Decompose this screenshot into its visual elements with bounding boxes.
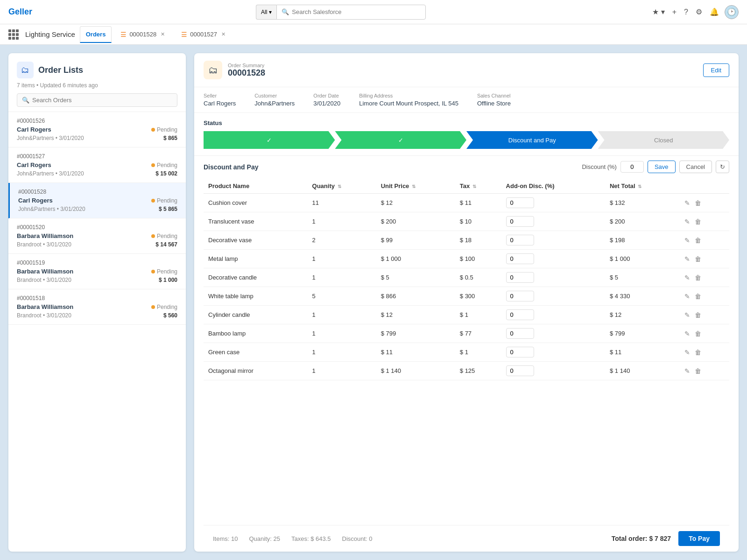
edit-row-button[interactable]: ✎ — [684, 254, 691, 264]
col-unit-price[interactable]: Unit Price ⇅ — [376, 179, 455, 194]
search-all-button[interactable]: All ▾ — [256, 5, 276, 20]
edit-row-button[interactable]: ✎ — [684, 273, 691, 282]
order-num: #00001518 — [17, 295, 45, 301]
delete-row-button[interactable]: 🗑 — [694, 198, 702, 208]
col-tax[interactable]: Tax ⇅ — [455, 179, 501, 194]
delete-row-button[interactable]: 🗑 — [694, 254, 702, 264]
billing-address-label: Billing Address — [359, 93, 458, 98]
edit-row-button[interactable]: ✎ — [684, 292, 691, 301]
refresh-button[interactable]: ↻ — [716, 161, 729, 173]
table-row: Green case 1 $ 11 $ 1 $ 11 ✎ 🗑 — [204, 343, 729, 362]
list-item[interactable]: #00001519 Barbara Williamson Pending Bra… — [8, 254, 186, 289]
product-addon[interactable] — [501, 343, 605, 362]
save-button[interactable]: Save — [648, 161, 676, 173]
product-tax: $ 0.5 — [455, 268, 501, 287]
col-net-total[interactable]: Net Total ⇅ — [605, 179, 679, 194]
tab-00001527[interactable]: ☰ 00001527 ✕ — [175, 26, 233, 43]
product-addon[interactable] — [501, 231, 605, 250]
product-unit-price: $ 12 — [376, 306, 455, 324]
discount-input[interactable] — [620, 161, 644, 173]
product-unit-price: $ 5 — [376, 268, 455, 287]
edit-row-button[interactable]: ✎ — [684, 310, 691, 320]
edit-row-button[interactable]: ✎ — [684, 198, 691, 208]
sales-channel-value: Offline Store — [477, 100, 511, 107]
delete-row-button[interactable]: 🗑 — [694, 273, 702, 282]
favorites-button[interactable]: ★ ▾ — [650, 6, 666, 18]
search-orders-bar: 🔍 — [17, 93, 177, 107]
col-actions — [679, 179, 729, 194]
close-tab-00001527[interactable]: ✕ — [220, 31, 227, 38]
lighting-service-label[interactable]: Lighting Service — [25, 30, 75, 38]
product-addon[interactable] — [501, 306, 605, 324]
product-addon[interactable] — [501, 250, 605, 268]
order-name: Carl Rogers — [17, 161, 51, 168]
order-footer: Items: 10 Quanity: 25 Taxes: $ 643.5 Dis… — [204, 525, 729, 552]
status-step-1[interactable]: ✓ — [335, 131, 467, 149]
customer-col: Customer John&Partners — [254, 93, 295, 107]
search-orders-input[interactable] — [32, 97, 172, 104]
product-addon[interactable] — [501, 324, 605, 343]
seller-col: Seller Carl Rogers — [204, 93, 236, 107]
avatar[interactable]: 🕑 — [725, 5, 739, 19]
product-addon[interactable] — [501, 268, 605, 287]
discount-label: Discount (%) — [582, 163, 616, 170]
product-unit-price: $ 99 — [376, 231, 455, 250]
order-date-value: 3/01/2020 — [313, 100, 340, 107]
status-step-2[interactable]: Discount and Pay — [466, 131, 598, 149]
product-net-total: $ 1 000 — [605, 250, 679, 268]
delete-row-button[interactable]: 🗑 — [694, 236, 702, 245]
product-addon[interactable] — [501, 212, 605, 231]
edit-row-button[interactable]: ✎ — [684, 236, 691, 245]
table-row: Cylinder candle 1 $ 12 $ 1 $ 12 ✎ 🗑 — [204, 306, 729, 324]
product-tax: $ 1 — [455, 343, 501, 362]
status-badge: Pending — [151, 233, 177, 239]
settings-button[interactable]: ⚙ — [694, 6, 704, 18]
help-button[interactable]: ? — [682, 6, 690, 18]
app-launcher-icon[interactable] — [8, 29, 19, 40]
delete-row-button[interactable]: 🗑 — [694, 348, 702, 357]
list-item[interactable]: #00001526 Carl Rogers Pending John&Partn… — [8, 112, 186, 147]
table-row: Cushion cover 11 $ 12 $ 11 $ 132 ✎ 🗑 — [204, 194, 729, 212]
billing-address-value: Limore Court Mount Prospect, IL 545 — [359, 100, 458, 107]
status-step-0[interactable]: ✓ — [204, 131, 335, 149]
delete-row-button[interactable]: 🗑 — [694, 217, 702, 226]
list-item[interactable]: #00001527 Carl Rogers Pending John&Partn… — [8, 147, 186, 183]
product-net-total: $ 200 — [605, 212, 679, 231]
close-tab-00001528[interactable]: ✕ — [159, 31, 166, 38]
edit-row-button[interactable]: ✎ — [684, 366, 691, 376]
edit-button[interactable]: Edit — [703, 63, 729, 77]
cancel-button[interactable]: Cancel — [679, 161, 712, 173]
search-icon: 🔍 — [282, 8, 289, 15]
product-addon[interactable] — [501, 194, 605, 212]
add-button[interactable]: + — [670, 6, 678, 18]
delete-row-button[interactable]: 🗑 — [694, 329, 702, 338]
list-item[interactable]: #00001518 Barbara Williamson Pending Bra… — [8, 289, 186, 325]
customer-value: John&Partners — [254, 100, 295, 107]
delete-row-button[interactable]: 🗑 — [694, 366, 702, 376]
search-input[interactable] — [292, 8, 421, 15]
edit-row-button[interactable]: ✎ — [684, 348, 691, 357]
list-item[interactable]: #00001528 Carl Rogers Pending John&Partn… — [8, 183, 186, 218]
product-tax: $ 1 — [455, 306, 501, 324]
order-num: #00001526 — [17, 118, 45, 124]
order-name: Barbara Williamson — [17, 303, 73, 310]
to-pay-button[interactable]: To Pay — [678, 531, 720, 546]
edit-row-button[interactable]: ✎ — [684, 329, 691, 338]
left-panel: 🗂 Order Lists 7 items • Updated 6 minute… — [8, 53, 186, 552]
notifications-button[interactable]: 🔔 — [708, 6, 721, 18]
discount-pay-section: Discount and Pay Discount (%) Save Cance… — [194, 156, 739, 552]
order-amount: $ 5 865 — [159, 206, 177, 212]
list-item[interactable]: #00001520 Barbara Williamson Pending Bra… — [8, 218, 186, 254]
app-name[interactable]: Geller — [8, 7, 32, 17]
status-step-3[interactable]: Closed — [598, 131, 730, 149]
tab-00001528[interactable]: ☰ 00001528 ✕ — [114, 26, 172, 43]
delete-row-button[interactable]: 🗑 — [694, 310, 702, 320]
product-addon[interactable] — [501, 287, 605, 306]
edit-row-button[interactable]: ✎ — [684, 217, 691, 226]
tab-orders[interactable]: Orders — [80, 26, 112, 43]
customer-label: Customer — [254, 93, 295, 98]
col-quantity[interactable]: Quanity ⇅ — [308, 179, 376, 194]
delete-row-button[interactable]: 🗑 — [694, 292, 702, 301]
product-unit-price: $ 200 — [376, 212, 455, 231]
product-addon[interactable] — [501, 362, 605, 380]
